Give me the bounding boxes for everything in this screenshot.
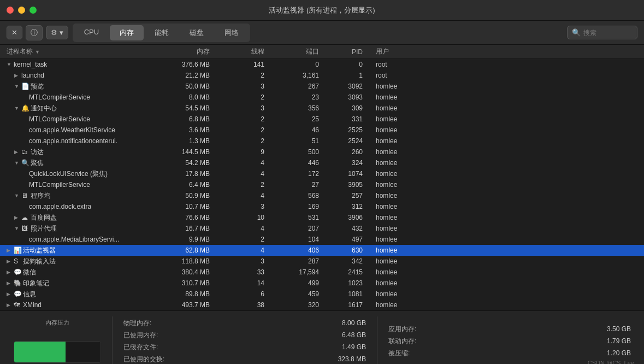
col-header-memory[interactable]: 内存 (153, 47, 218, 56)
minimize-button[interactable] (18, 7, 25, 14)
process-user: homlee (371, 93, 426, 101)
table-row[interactable]: ▶🗺XMind493.7 MB383201617homlee (0, 300, 644, 310)
tab-group: CPU内存能耗磁盘网络 (73, 24, 250, 42)
table-row[interactable]: ▼🖥程序坞50.9 MB4568257homlee (0, 190, 644, 201)
expand-arrow-icon[interactable]: ▼ (7, 62, 12, 67)
expand-arrow-icon[interactable]: ▶ (14, 73, 20, 78)
process-pid: 1081 (328, 290, 371, 298)
table-row[interactable]: MTLCompilerService6.4 MB2273905homlee (0, 179, 644, 190)
table-row[interactable]: ▶🐘印象笔记310.7 MB144991023homlee (0, 278, 644, 289)
process-thread: 6 (218, 290, 273, 298)
table-row[interactable]: MTLCompilerService6.8 MB225331homlee (0, 114, 644, 125)
table-row[interactable]: QuickLookUIService (聚焦)17.8 MB41721074ho… (0, 168, 644, 179)
expand-arrow-icon[interactable]: ▼ (14, 84, 20, 89)
expand-arrow-icon[interactable]: ▶ (7, 280, 12, 286)
table-row[interactable]: ▶☁百度网盘76.6 MB105313906homlee (0, 212, 644, 223)
table-row[interactable]: ▶launchd21.2 MB23,1611root (0, 70, 644, 81)
process-memory: 310.7 MB (153, 279, 218, 287)
titlebar: 活动监视器 (所有进程，分层显示) (0, 0, 644, 21)
expand-arrow-icon[interactable]: ▼ (14, 193, 20, 198)
process-user: homlee (371, 246, 426, 254)
process-name: 预览 (31, 82, 44, 91)
watermark: CSDN @CS_Lee_ (588, 360, 637, 364)
close-button[interactable] (7, 7, 14, 14)
process-memory: 10.7 MB (153, 203, 218, 210)
tab-cpu[interactable]: CPU (74, 25, 109, 40)
process-icon: 🔍 (21, 159, 29, 167)
process-port: 500 (273, 148, 328, 156)
table-row[interactable]: ▼🔍聚焦54.2 MB4446324homlee (0, 157, 644, 168)
expand-arrow-icon[interactable]: ▶ (7, 302, 12, 308)
maximize-button[interactable] (29, 7, 37, 14)
tab-disk[interactable]: 磁盘 (180, 25, 214, 40)
process-memory: 76.6 MB (153, 214, 218, 221)
table-row[interactable]: ▶🗂访达144.5 MB9500260homlee (0, 146, 644, 157)
process-pid: 3093 (328, 93, 371, 101)
divider-1 (112, 316, 113, 364)
stat-row: 已使用内存:6.48 GB (123, 330, 366, 340)
expand-arrow-icon[interactable]: ▼ (14, 105, 20, 111)
close-icon-btn[interactable]: ✕ (7, 26, 22, 39)
col-header-thread[interactable]: 线程 (218, 47, 273, 56)
process-pid: 257 (328, 192, 371, 199)
info-icon-btn[interactable]: ⓘ (26, 25, 43, 40)
process-memory: 3.6 MB (153, 126, 218, 134)
table-row[interactable]: ▶💬信息89.8 MB64591081homlee (0, 289, 644, 300)
column-headers: 进程名称 ▼ 内存 线程 端口 PID 用户 (0, 45, 644, 59)
process-port: 25 (273, 115, 328, 123)
col-header-pid[interactable]: PID (328, 48, 371, 56)
settings-icon-btn[interactable]: ⚙ ▾ (46, 26, 68, 39)
process-list[interactable]: ▼kernel_task376.6 MB14100root▶launchd21.… (0, 59, 644, 310)
stat-row: 联动内存:1.79 GB (388, 336, 631, 346)
process-port: 406 (273, 246, 328, 254)
expand-arrow-icon[interactable]: ▼ (14, 226, 20, 231)
process-port: 23 (273, 93, 328, 101)
search-box[interactable]: 🔍 (567, 26, 637, 39)
tab-energy[interactable]: 能耗 (145, 25, 179, 40)
table-row[interactable]: ▼🖼照片代理16.7 MB4207432homlee (0, 223, 644, 234)
process-memory: 6.4 MB (153, 181, 218, 189)
expand-arrow-icon[interactable]: ▶ (14, 149, 20, 155)
process-port: 27 (273, 181, 328, 189)
process-icon: S (14, 257, 21, 265)
table-row[interactable]: ▶📊活动监视器62.8 MB4406630homlee (0, 245, 644, 256)
process-port: 531 (273, 214, 328, 221)
process-pid: 342 (328, 257, 371, 265)
process-icon: 🔔 (21, 104, 29, 112)
process-pid: 1023 (328, 279, 371, 287)
search-input[interactable] (583, 29, 633, 37)
table-row[interactable]: com.apple.notificationcenterui.1.3 MB251… (0, 136, 644, 146)
tab-network[interactable]: 网络 (215, 25, 249, 40)
stat-value: 6.48 GB (322, 330, 366, 340)
expand-arrow-icon[interactable]: ▼ (14, 160, 20, 166)
stat-label: 已缓存文件: (123, 342, 158, 352)
table-row[interactable]: com.apple.MediaLibraryServi...9.9 MB2104… (0, 234, 644, 245)
process-user: homlee (371, 203, 426, 210)
table-row[interactable]: MTLCompilerService8.0 MB2233093homlee (0, 92, 644, 103)
expand-arrow-icon[interactable]: ▶ (7, 269, 12, 275)
col-header-port[interactable]: 端口 (273, 47, 328, 56)
window: 活动监视器 (所有进程，分层显示) ✕ ⓘ ⚙ ▾ CPU内存能耗磁盘网络 🔍 … (0, 0, 644, 364)
process-pid: 312 (328, 203, 371, 210)
expand-arrow-icon[interactable]: ▶ (14, 215, 20, 220)
process-user: homlee (371, 214, 426, 221)
col-header-user[interactable]: 用户 (371, 47, 426, 56)
expand-arrow-icon[interactable]: ▶ (7, 291, 12, 297)
table-row[interactable]: com.apple.dock.extra10.7 MB3169312homlee (0, 201, 644, 212)
table-row[interactable]: ▼kernel_task376.6 MB14100root (0, 59, 644, 70)
table-row[interactable]: ▶S搜狗输入法118.8 MB3287342homlee (0, 256, 644, 267)
col-header-process[interactable]: 进程名称 ▼ (0, 47, 153, 56)
expand-arrow-icon[interactable]: ▶ (7, 259, 12, 264)
table-row[interactable]: ▼📄预览50.0 MB32673092homlee (0, 81, 644, 92)
table-row[interactable]: com.apple.WeatherKitService3.6 MB2462525… (0, 125, 644, 136)
stat-label: 联动内存: (388, 336, 416, 346)
process-user: homlee (371, 104, 426, 112)
tab-memory[interactable]: 内存 (110, 25, 144, 40)
process-pid: 1617 (328, 301, 371, 309)
expand-arrow-icon[interactable]: ▶ (7, 248, 12, 253)
process-user: homlee (371, 181, 426, 189)
stat-value: 8.00 GB (322, 318, 366, 328)
pressure-label: 内存压力 (45, 319, 69, 327)
table-row[interactable]: ▶💬微信380.4 MB3317,5942415homlee (0, 267, 644, 278)
table-row[interactable]: ▼🔔通知中心54.5 MB3356309homlee (0, 103, 644, 114)
